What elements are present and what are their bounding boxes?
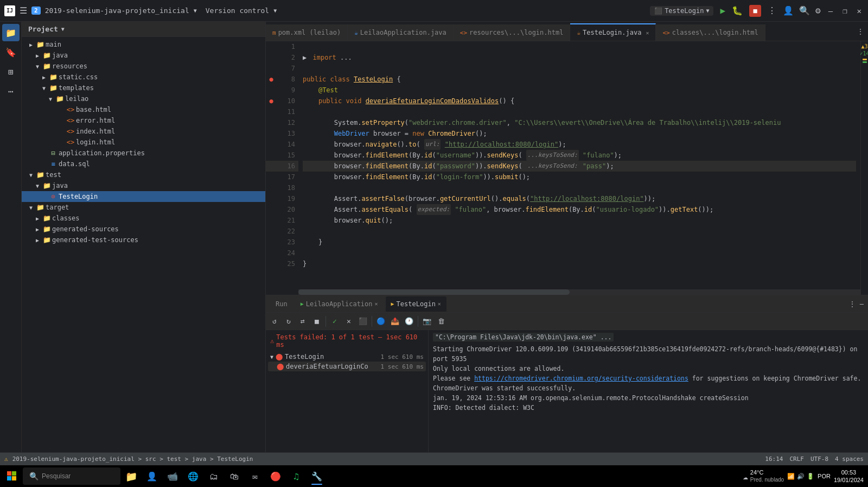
tab-testelogin-run[interactable]: ▶ TesteLogin ✕: [386, 296, 446, 312]
settings-icon[interactable]: ⚙: [815, 5, 821, 16]
more-button[interactable]: ⋮: [768, 5, 776, 16]
tab-classes-login[interactable]: <> classes\...\login.html: [656, 24, 765, 41]
version-control[interactable]: Version control: [206, 7, 269, 15]
sidebar-more-icon[interactable]: ⋯: [2, 83, 20, 100]
close-button[interactable]: ✕: [855, 7, 864, 15]
project-panel-arrow[interactable]: ▼: [61, 26, 65, 32]
tree-item-static[interactable]: ▶ 📁 static.css: [22, 72, 265, 83]
tabs-more-button[interactable]: ⋮: [853, 28, 868, 35]
bottom-more-icon[interactable]: ⋮: [849, 300, 856, 308]
clock-button[interactable]: 🕐: [403, 315, 416, 328]
taskbar-app-mail[interactable]: ✉: [245, 466, 265, 486]
sidebar-structure-icon[interactable]: ⊞: [2, 63, 20, 80]
tab-testelogin-close[interactable]: ✕: [438, 301, 441, 307]
tree-item-main[interactable]: ▶ 📁 main: [22, 39, 265, 50]
check-button[interactable]: ✓: [328, 315, 341, 328]
tab-leilao-app-run[interactable]: ▶ LeilaoApplication ✕: [295, 296, 384, 312]
taskbar-app-red[interactable]: 🔴: [266, 466, 285, 486]
run-tree-testelogin[interactable]: ▼ ⬤ TesteLogin 1 sec 610 ms: [268, 352, 426, 362]
taskbar-app-store[interactable]: 🛍: [225, 466, 244, 486]
taskbar-app-edge[interactable]: 🌐: [183, 466, 203, 486]
run-button[interactable]: ▶: [720, 5, 725, 16]
taskbar-search[interactable]: 🔍 Pesquisar: [23, 467, 120, 485]
app-icon: IJ: [4, 5, 15, 16]
start-button[interactable]: [2, 466, 22, 486]
tree-item-resources[interactable]: ▼ 📁 resources: [22, 61, 265, 72]
debug-run-button[interactable]: ⬛: [356, 315, 369, 328]
code-content[interactable]: ▶ import ... public class TesteLogin: [298, 41, 860, 295]
taskbar-app-spotify[interactable]: ♫: [286, 466, 306, 486]
h-scrollbar[interactable]: [298, 289, 860, 295]
taskbar-app-video[interactable]: 📹: [163, 466, 182, 486]
tree-item-login-html[interactable]: <> login.html: [22, 137, 265, 148]
tab-pom[interactable]: m pom.xml (leilao): [266, 24, 348, 41]
minimize-button[interactable]: —: [826, 7, 835, 15]
tree-item-templates[interactable]: ▼ 📁 templates: [22, 83, 265, 93]
tree-item-leilao[interactable]: ▼ 📁 leilao: [22, 93, 265, 104]
coverage-button[interactable]: 🔵: [374, 315, 387, 328]
status-sep4: >: [210, 456, 217, 463]
run-config[interactable]: ⬛ TesteLogin ▼: [650, 6, 713, 16]
project-dropdown-arrow[interactable]: ▼: [194, 8, 197, 14]
maximize-button[interactable]: ❐: [840, 7, 849, 15]
status-encoding[interactable]: UTF-8: [810, 456, 828, 463]
log-chromedriver-link[interactable]: https://chromedriver.chromium.org/securi…: [474, 375, 688, 382]
code-editor[interactable]: 1 2 7 ● 8 9: [266, 41, 860, 295]
tab-leilao-close[interactable]: ✕: [375, 301, 378, 307]
tree-item-target[interactable]: ▼ 📁 target: [22, 202, 265, 213]
search-icon[interactable]: 🔍: [799, 5, 810, 16]
tree-item-error-html[interactable]: <> error.html: [22, 115, 265, 126]
screenshot-button[interactable]: 📷: [420, 315, 433, 328]
tree-item-generated-sources[interactable]: ▶ 📁 generated-sources: [22, 224, 265, 235]
tree-item-java[interactable]: ▶ 📁 java: [22, 50, 265, 61]
code-paren-14c: );: [558, 139, 566, 150]
trash-button[interactable]: 🗑: [435, 315, 448, 328]
tree-item-data-sql[interactable]: ≡ data.sql: [22, 159, 265, 169]
tab-run[interactable]: Run: [270, 296, 293, 312]
tree-item-java-test[interactable]: ▼ 📁 java: [22, 180, 265, 191]
taskbar-time[interactable]: 00:53 19/01/2024: [834, 469, 864, 484]
menu-icon[interactable]: ☰: [20, 5, 27, 16]
gutter-10-bp[interactable]: ●: [266, 96, 277, 106]
h-scrollbar-thumb[interactable]: [298, 289, 570, 295]
gutter-8-bp[interactable]: ●: [266, 74, 277, 85]
sidebar-bookmarks-icon[interactable]: 🔖: [2, 43, 20, 61]
code-str2-12: "C:\\Users\\evert\\OneDrive\\Área de Tra…: [514, 117, 781, 128]
code-webdriver-13: WebDriver: [334, 128, 369, 139]
tree-item-index-html[interactable]: <> index.html: [22, 126, 265, 137]
tree-item-test[interactable]: ▼ 📁 test: [22, 169, 265, 180]
debug-button[interactable]: 🐛: [732, 5, 743, 16]
bottom-minimize-icon[interactable]: —: [860, 300, 864, 308]
tree-item-generated-test-sources[interactable]: ▶ 📁 generated-test-sources: [22, 235, 265, 245]
tree-item-testelogin[interactable]: ⊙ TesteLogin: [22, 191, 265, 202]
tree-item-base-html[interactable]: <> base.html: [22, 104, 265, 115]
taskbar-app-explorer[interactable]: 🗂: [204, 466, 224, 486]
stop-run-button[interactable]: ■: [310, 315, 323, 328]
code-paren-19c: (: [526, 193, 530, 204]
status-crlf[interactable]: CRLF: [789, 456, 804, 463]
export-button[interactable]: 📤: [388, 315, 401, 328]
tab-teste-login[interactable]: ☕ TesteLogin.java ✕: [570, 23, 656, 41]
code-expand-2[interactable]: ▶: [303, 52, 307, 63]
tab-login-html[interactable]: <> resources\...\login.html: [454, 24, 571, 41]
tab-close-teste-login[interactable]: ✕: [646, 30, 649, 36]
version-control-arrow[interactable]: ▼: [273, 8, 277, 14]
taskbar-app-file-manager[interactable]: 📁: [122, 466, 141, 486]
toggle-button[interactable]: ⇄: [296, 315, 309, 328]
tree-item-classes[interactable]: ▶ 📁 classes: [22, 213, 265, 224]
status-breadcrumb[interactable]: 2019-selenium-java-projeto_inicial > src…: [12, 456, 253, 463]
status-indent[interactable]: 4 spaces: [835, 456, 864, 463]
tree-item-app-props[interactable]: ⊟ application.properties: [22, 148, 265, 159]
stop-button[interactable]: ■: [749, 5, 761, 17]
rerun-failed-button[interactable]: ↻: [282, 315, 295, 328]
project-badge: 2: [31, 7, 41, 15]
cancel-run-button[interactable]: ✕: [342, 315, 355, 328]
run-config-arrow[interactable]: ▼: [706, 8, 709, 14]
run-tree-deveria[interactable]: ⬤ deveriaEfetuarLoginCo 1 sec 610 ms: [268, 362, 426, 371]
taskbar-app-user[interactable]: 👤: [142, 466, 162, 486]
taskbar-app-intellij[interactable]: 🔧: [307, 466, 327, 486]
sidebar-project-icon[interactable]: 📁: [2, 24, 20, 41]
rerun-button[interactable]: ↺: [268, 315, 281, 328]
profile-icon[interactable]: 👤: [783, 5, 794, 16]
tab-leilao-app[interactable]: ☕ LeilaoApplication.java: [348, 24, 454, 41]
